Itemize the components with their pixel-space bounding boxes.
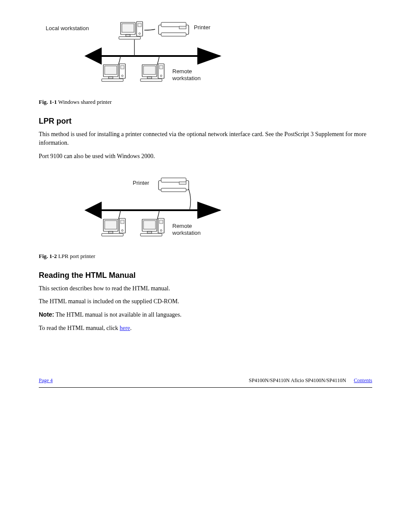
footer-divider [39,387,372,388]
section-reading-html-manual: Reading the HTML Manual This section des… [39,271,372,333]
figure2-caption: Fig. 1-2 LPR port printer [39,253,372,260]
para-html-1: This section describes how to read the H… [39,284,372,293]
heading-reading-html: Reading the HTML Manual [39,271,372,280]
figure-windows-shared-printer: Local workstation Printer Remote worksta… [39,13,372,106]
note-label: Note: [39,311,54,318]
label-printer-1: Printer [194,24,211,31]
product-name: SP4100N/SP4110N Aficio SP4100N/SP4110N [249,377,346,384]
label-local-workstation: Local workstation [46,25,89,31]
label-remote-2a: Remote [172,223,192,229]
link-pre: To read the HTML manual, click [39,325,120,331]
figure1-caption: Fig. 1-1 Windows shared printer [39,99,372,106]
para-html-note: Note: The HTML manual is not available i… [39,310,372,319]
para-lpr-1: This method is used for installing a pri… [39,130,372,148]
diagram-lpr-port: Printer Remote workstation [39,165,263,247]
heading-lpr-port: LPR port [39,117,372,126]
here-link[interactable]: here [120,325,130,331]
page-footer: Page 4 SP4100N/SP4110N Aficio SP4100N/SP… [39,377,372,384]
figure1-caption-text: Windows shared printer [58,99,112,105]
label-remote-1a: Remote [172,68,192,75]
note-text: The HTML manual is not available in all … [54,311,181,318]
link-post: . [130,325,132,331]
page-number-link[interactable]: Page 4 [39,377,53,384]
para-lpr-2: Port 9100 can also be used with Windows … [39,152,372,161]
para-html-link: To read the HTML manual, click here. [39,324,372,333]
contents-link[interactable]: Contents [354,377,372,384]
figure1-caption-label: Fig. 1-1 [39,99,57,105]
para-html-2: The HTML manual is included on the suppl… [39,297,372,306]
figure-lpr-port-printer: Printer Remote workstation Fig. 1-2 LPR … [39,165,372,260]
section-lpr-port: LPR port This method is used for install… [39,117,372,161]
figure2-caption-text: LPR port printer [58,253,95,259]
label-remote-2b: workstation [172,230,201,236]
diagram-windows-shared: Local workstation Printer Remote worksta… [39,13,263,93]
label-remote-1b: workstation [172,75,201,81]
figure2-caption-label: Fig. 1-2 [39,253,57,259]
label-printer-2: Printer [133,180,149,186]
